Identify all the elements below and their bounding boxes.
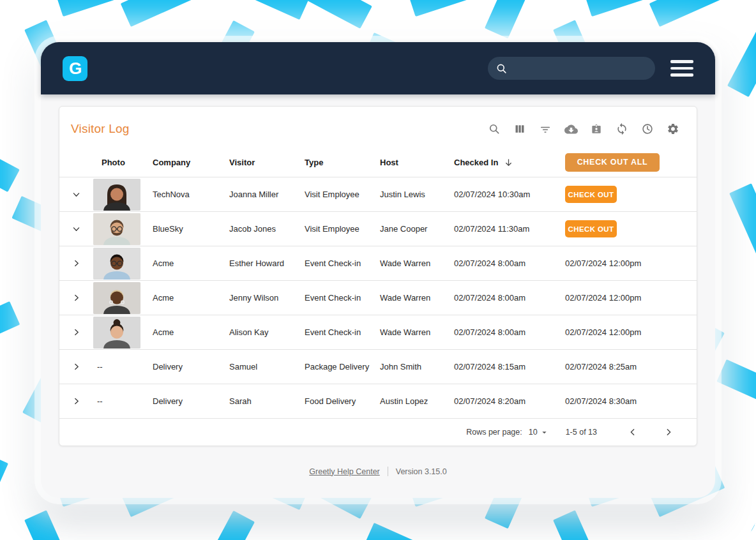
checked-out-cell: 02/07/2024 12:00pm (565, 293, 641, 303)
search-icon (495, 63, 508, 75)
type-cell: Event Check-in (305, 293, 380, 303)
global-search-input[interactable] (513, 63, 647, 73)
host-cell: Justin Lewis (380, 190, 454, 199)
column-header-photo[interactable]: Photo (93, 158, 153, 167)
chevron-right-icon (72, 397, 80, 405)
search-icon (488, 123, 501, 135)
type-cell: Event Check-in (305, 259, 380, 268)
table-row: Acme Jenny Wilson Event Check-in Wade Wa… (59, 280, 697, 315)
history-icon (641, 123, 654, 135)
host-cell: Wade Warren (380, 293, 454, 303)
chevron-right-icon (72, 328, 80, 336)
toolbar-export-button[interactable] (561, 119, 580, 139)
checked-in-cell: 02/07/2024 11:30am (454, 224, 565, 234)
column-header-visitor[interactable]: Visitor (229, 158, 305, 167)
chevron-left-icon (628, 427, 638, 437)
global-search[interactable] (488, 57, 655, 80)
company-cell: TechNova (153, 190, 229, 199)
toolbar-search-button[interactable] (485, 119, 504, 139)
column-header-company[interactable]: Company (153, 158, 229, 167)
rows-per-page-select[interactable]: 10 (529, 428, 548, 437)
visitor-cell: Jacob Jones (229, 224, 305, 234)
checked-in-cell: 02/07/2024 8:00am (454, 327, 565, 337)
expand-row-button[interactable] (70, 222, 83, 236)
type-cell: Visit Employee (305, 224, 380, 234)
type-cell: Package Delivery (305, 362, 380, 371)
app-window: G Visitor Log (41, 42, 715, 498)
rows-per-page-label: Rows per page: (466, 428, 522, 437)
app-footer: Greetly Help Center Version 3.15.0 (41, 467, 715, 476)
previous-page-button[interactable] (624, 424, 642, 440)
settings-icon (667, 123, 679, 135)
visitor-photo-image (93, 317, 140, 349)
visitor-photo: -- (93, 396, 153, 406)
chevron-down-icon (72, 225, 80, 233)
sort-button[interactable] (504, 158, 513, 167)
expand-row-button[interactable] (70, 394, 83, 408)
visitor-photo (93, 179, 153, 211)
host-cell: Austin Lopez (380, 396, 454, 406)
greetly-logo[interactable]: G (63, 56, 87, 81)
version-label: Version 3.15.0 (396, 467, 447, 476)
visitor-photo-image (93, 282, 140, 314)
panel-header: Visitor Log (59, 107, 697, 147)
table-row: BlueSky Jacob Jones Visit Employee Jane … (59, 211, 697, 246)
expand-row-button[interactable] (70, 360, 83, 373)
company-cell: Acme (153, 259, 229, 268)
type-cell: Food Delivery (305, 396, 380, 406)
table-row: -- Delivery Samuel Package Delivery John… (59, 349, 697, 384)
visitor-log-panel: Visitor Log (59, 106, 697, 446)
toolbar-history-button[interactable] (638, 119, 657, 139)
action-column-header: CHECK OUT ALL (565, 153, 697, 172)
checked-in-cell: 02/07/2024 10:30am (454, 190, 565, 199)
toolbar-sync-button[interactable] (612, 119, 631, 139)
toolbar-settings-button[interactable] (663, 119, 683, 139)
toolbar-filter-button[interactable] (536, 119, 555, 139)
check-out-all-button[interactable]: CHECK OUT ALL (565, 153, 660, 172)
host-cell: Jane Cooper (380, 224, 454, 234)
action-cell: 02/07/2024 12:00pm (565, 259, 697, 268)
checked-out-cell: 02/07/2024 12:00pm (565, 327, 641, 337)
next-page-button[interactable] (660, 424, 677, 440)
expand-row-button[interactable] (70, 257, 83, 270)
company-cell: Acme (153, 293, 229, 303)
host-cell: Wade Warren (380, 259, 454, 268)
visitor-photo: -- (93, 362, 153, 371)
page-title: Visitor Log (71, 122, 130, 136)
column-header-checked-in[interactable]: Checked In (454, 158, 565, 167)
no-photo-placeholder: -- (93, 362, 103, 371)
column-header-host[interactable]: Host (380, 158, 454, 167)
table-row: TechNova Joanna Miller Visit Employee Ju… (59, 177, 697, 211)
chevron-down-icon (72, 190, 80, 199)
visitor-photo-image (93, 248, 140, 280)
table-header-row: Photo Company Visitor Type Host Checked … (59, 147, 697, 177)
no-photo-placeholder: -- (93, 396, 103, 406)
checked-in-cell: 02/07/2024 8:00am (454, 293, 565, 303)
pagination-range: 1-5 of 13 (566, 428, 597, 437)
expand-row-button[interactable] (70, 326, 83, 339)
top-nav-bar: G (41, 42, 715, 94)
toolbar-columns-button[interactable] (510, 119, 529, 139)
chevron-right-icon (72, 363, 80, 371)
action-cell: 02/07/2024 12:00pm (565, 293, 697, 303)
cloud-download-icon (564, 123, 578, 136)
columns-icon (513, 123, 526, 135)
checked-in-cell: 02/07/2024 8:00am (454, 259, 565, 268)
chevron-right-icon (663, 427, 674, 437)
action-cell: 02/07/2024 12:00pm (565, 327, 697, 337)
toolbar (485, 119, 683, 139)
check-out-button[interactable]: CHECK OUT (565, 186, 617, 203)
expand-row-button[interactable] (70, 188, 83, 201)
check-out-button[interactable]: CHECK OUT (565, 220, 617, 237)
toolbar-badge-button[interactable] (587, 119, 606, 139)
visitor-photo (93, 248, 153, 280)
column-header-type[interactable]: Type (305, 158, 380, 167)
menu-icon[interactable] (670, 57, 693, 79)
action-cell: CHECK OUT (565, 186, 697, 203)
company-cell: Acme (153, 327, 229, 337)
expand-row-button[interactable] (70, 291, 83, 304)
chevron-right-icon (72, 259, 80, 267)
help-center-link[interactable]: Greetly Help Center (309, 467, 379, 476)
checked-out-cell: 02/07/2024 12:00pm (565, 259, 641, 268)
chevron-right-icon (72, 294, 80, 302)
